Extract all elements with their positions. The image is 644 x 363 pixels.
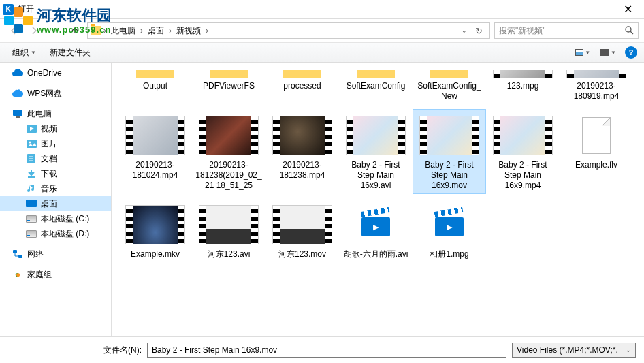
new-folder-button[interactable]: 新建文件夹 <box>44 45 96 61</box>
file-item[interactable]: SoftExamConfig_New <box>413 65 486 105</box>
footer: 文件名(N): Video Files (*.MP4;*.MOV;*.⌄ 打开(… <box>0 336 644 363</box>
search-input[interactable]: 搜索"新视频" <box>494 22 639 39</box>
up-button[interactable] <box>67 22 83 39</box>
filename-input[interactable] <box>147 343 506 358</box>
sidebar-homegroup[interactable]: ●●家庭组 <box>0 267 111 282</box>
path-desktop[interactable]: 桌面 <box>145 25 167 37</box>
organize-menu[interactable]: 组织▼ <box>7 45 42 61</box>
chevron-right-icon[interactable]: › <box>168 26 172 35</box>
video-thumb-icon <box>125 116 185 155</box>
chevron-right-icon[interactable]: › <box>103 26 107 35</box>
sidebar-disk-c[interactable]: 本地磁盘 (C:) <box>0 211 111 226</box>
file-item[interactable]: 河东123.avi <box>192 198 265 263</box>
chevron-right-icon[interactable]: › <box>205 26 209 35</box>
sidebar-documents[interactable]: 文档 <box>0 151 111 166</box>
preview-pane-button[interactable]: ▼ <box>596 47 619 58</box>
sidebar-thispc[interactable]: 此电脑 <box>0 106 111 121</box>
path-box[interactable]: › 此电脑 › 桌面 › 新视频 › ⌄↻ <box>87 22 490 39</box>
view-mode-button[interactable]: ▼ <box>572 47 594 58</box>
svg-rect-3 <box>16 116 20 118</box>
recent-button[interactable] <box>46 22 63 39</box>
folder-icon <box>210 70 248 78</box>
svg-rect-2 <box>13 110 22 116</box>
svg-rect-13 <box>18 255 22 258</box>
folder-icon <box>136 70 174 78</box>
forward-button[interactable] <box>26 22 42 39</box>
file-item[interactable]: SoftExamConfig <box>339 65 413 105</box>
video-thumb-icon <box>566 70 626 78</box>
file-item[interactable]: 20190213-181238(2019_02_21 18_51_25 179)… <box>192 109 265 194</box>
file-item[interactable]: 20190213-181238.mp4 <box>265 109 339 194</box>
search-icon[interactable] <box>624 25 634 37</box>
video-thumb-icon <box>272 116 332 155</box>
svg-rect-5 <box>27 140 37 148</box>
toolbar: 组织▼ 新建文件夹 ▼ ▼ ? <box>0 42 644 63</box>
video-thumb-icon <box>419 116 479 155</box>
svg-point-6 <box>29 142 31 144</box>
help-button[interactable]: ? <box>625 46 637 59</box>
file-item[interactable]: Baby 2 - First Step Main 16x9.mp4 <box>486 109 560 194</box>
titlebar: K 打开 ✕ <box>0 0 644 19</box>
app-icon: K <box>3 4 14 15</box>
file-item[interactable]: 胡歌-六月的雨.avi <box>339 198 413 263</box>
clapper-icon <box>361 213 390 236</box>
search-placeholder: 搜索"新视频" <box>499 25 546 37</box>
document-icon <box>582 117 611 154</box>
sidebar-downloads[interactable]: 下载 <box>0 166 111 181</box>
video-thumb-icon <box>272 205 332 244</box>
sidebar-wps[interactable]: WPS网盘 <box>0 86 111 101</box>
file-panel: Output PDFViewerFS processed SoftExamCon… <box>112 63 644 336</box>
file-type-filter[interactable]: Video Files (*.MP4;*.MOV;*.⌄ <box>512 343 636 358</box>
file-item[interactable]: 20190213-180919.mp4 <box>560 65 633 105</box>
svg-line-1 <box>630 31 633 34</box>
svg-rect-11 <box>26 200 37 207</box>
folder-icon <box>430 70 468 78</box>
video-thumb-icon <box>493 116 553 155</box>
clapper-icon <box>435 213 464 236</box>
chevron-right-icon[interactable]: › <box>140 26 144 35</box>
video-thumb-icon <box>493 70 553 78</box>
file-item[interactable]: processed <box>265 65 339 105</box>
close-button[interactable]: ✕ <box>614 0 641 18</box>
file-item-selected[interactable]: Baby 2 - First Step Main 16x9.mov <box>413 109 486 194</box>
path-thispc[interactable]: 此电脑 <box>108 25 138 37</box>
file-item[interactable]: 相册1.mpg <box>413 198 486 263</box>
sidebar-pictures[interactable]: 图片 <box>0 136 111 151</box>
folder-icon <box>283 70 321 78</box>
file-item[interactable]: Baby 2 - First Step Main 16x9.avi <box>339 109 413 194</box>
video-thumb-icon <box>125 205 185 244</box>
path-dropdown[interactable]: ⌄↻ <box>457 26 487 36</box>
file-item[interactable]: 123.mpg <box>486 65 560 105</box>
svg-rect-12 <box>13 250 17 253</box>
sidebar-network[interactable]: 网络 <box>0 247 111 262</box>
folder-icon <box>357 70 395 78</box>
folder-icon <box>91 26 101 35</box>
path-folder[interactable]: 新视频 <box>174 25 204 37</box>
file-item[interactable]: 河东123.mov <box>265 198 339 263</box>
file-item[interactable]: Example.mkv <box>118 198 192 263</box>
sidebar-music[interactable]: 音乐 <box>0 181 111 196</box>
filename-label: 文件名(N): <box>8 345 142 356</box>
video-thumb-icon <box>346 116 406 155</box>
file-item[interactable]: Example.flv <box>560 109 633 194</box>
video-thumb-icon <box>199 116 259 155</box>
window-title: 打开 <box>18 3 614 15</box>
video-thumb-icon <box>199 205 259 244</box>
sidebar-onedrive[interactable]: OneDrive <box>0 65 111 80</box>
back-button[interactable] <box>5 22 22 39</box>
address-bar: › 此电脑 › 桌面 › 新视频 › ⌄↻ 搜索"新视频" <box>0 19 644 42</box>
file-item[interactable]: 20190213-181024.mp4 <box>118 109 192 194</box>
sidebar-video[interactable]: 视频 <box>0 121 111 136</box>
file-item[interactable]: Output <box>118 65 192 105</box>
sidebar-desktop[interactable]: 桌面 <box>0 196 111 211</box>
file-item[interactable]: PDFViewerFS <box>192 65 265 105</box>
sidebar-disk-d[interactable]: 本地磁盘 (D:) <box>0 226 111 241</box>
sidebar: OneDrive WPS网盘 此电脑 视频 图片 文档 下载 音乐 桌面 本地磁… <box>0 63 112 336</box>
svg-point-0 <box>626 27 631 32</box>
